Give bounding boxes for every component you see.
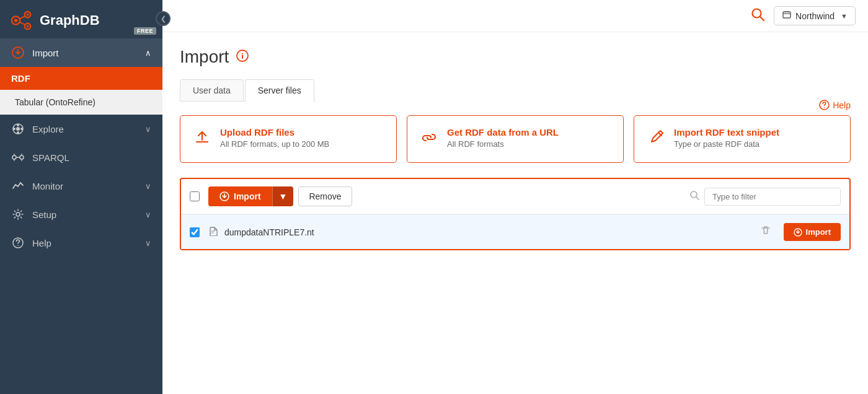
sparql-icon xyxy=(11,151,25,164)
text-snippet-info: Import RDF text snippet Type or paste RD… xyxy=(674,127,779,149)
sidebar-item-setup-left: Setup xyxy=(11,208,56,221)
explore-icon xyxy=(11,122,25,136)
import-cards: Upload RDF files All RDF formats, up to … xyxy=(180,115,851,163)
global-search-icon[interactable] xyxy=(750,7,765,25)
select-all-checkbox[interactable] xyxy=(190,191,200,201)
file-table-area: Import ▼ Remove xyxy=(180,178,851,250)
text-snippet-card[interactable]: Import RDF text snippet Type or paste RD… xyxy=(634,115,851,163)
filter-search-icon xyxy=(689,190,699,203)
graphdb-logo-icon xyxy=(10,9,33,32)
sidebar-item-help[interactable]: Help ∨ xyxy=(0,229,162,257)
file-name: dumpdataNTRIPLE7.nt xyxy=(224,227,755,237)
svg-point-17 xyxy=(16,212,20,216)
sidebar: GraphDB FREE ❮ Import ∧ RDF Tabular (Ont… xyxy=(0,0,162,394)
sidebar-collapse-button[interactable]: ❮ xyxy=(156,11,170,26)
page-title: Import xyxy=(180,47,229,67)
upload-rdf-subtitle: All RDF formats, up to 200 MB xyxy=(220,139,329,149)
import-selected-button[interactable]: Import xyxy=(208,186,272,206)
monitor-chevron: ∨ xyxy=(145,182,151,191)
repo-chevron-icon: ▼ xyxy=(841,12,848,20)
get-url-card[interactable]: Get RDF data from a URL All RDF formats xyxy=(407,115,624,163)
get-url-subtitle: All RDF formats xyxy=(447,139,559,149)
page-body: Import User data Server files xyxy=(162,32,868,394)
page-info-icon[interactable] xyxy=(236,50,249,65)
setup-chevron: ∨ xyxy=(145,210,151,219)
upload-rdf-card[interactable]: Upload RDF files All RDF formats, up to … xyxy=(180,115,397,163)
sidebar-item-explore-left: Explore xyxy=(11,122,64,136)
sidebar-item-monitor-left: Monitor xyxy=(11,179,63,193)
sidebar-item-monitor[interactable]: Monitor ∨ xyxy=(0,172,162,200)
remove-button[interactable]: Remove xyxy=(298,186,352,206)
sidebar-item-rdf[interactable]: RDF xyxy=(0,67,162,90)
sidebar-item-import-left: Import xyxy=(11,46,59,59)
svg-line-4 xyxy=(20,22,25,25)
text-snippet-icon xyxy=(647,128,665,151)
svg-point-12 xyxy=(20,128,23,130)
help-link-label: Help xyxy=(833,100,851,110)
svg-point-26 xyxy=(242,53,243,54)
repo-selector[interactable]: Northwind ▼ xyxy=(774,6,856,25)
svg-point-16 xyxy=(20,155,24,159)
import-dropdown-button[interactable]: ▼ xyxy=(272,186,294,206)
svg-point-15 xyxy=(12,155,16,159)
upload-rdf-title: Upload RDF files xyxy=(220,127,329,138)
svg-point-13 xyxy=(17,124,19,126)
import-chevron: ∧ xyxy=(145,48,151,58)
sidebar-item-import[interactable]: Import ∧ xyxy=(0,38,162,67)
text-snippet-title: Import RDF text snippet xyxy=(674,127,779,138)
explore-chevron: ∨ xyxy=(145,125,151,134)
svg-line-3 xyxy=(20,16,25,19)
sidebar-item-explore[interactable]: Explore ∨ xyxy=(0,115,162,143)
help-icon xyxy=(11,236,25,250)
get-url-info: Get RDF data from a URL All RDF formats xyxy=(447,127,559,149)
page-header: Import xyxy=(180,47,851,67)
sidebar-item-import-label: Import xyxy=(32,48,59,58)
upload-rdf-info: Upload RDF files All RDF formats, up to … xyxy=(220,127,329,149)
table-row: dumpdataNTRIPLE7.nt Import xyxy=(181,214,849,249)
sidebar-item-explore-label: Explore xyxy=(32,124,64,134)
sidebar-item-tabular[interactable]: Tabular (OntoRefine) xyxy=(0,90,162,115)
sidebar-item-sparql-label: SPARQL xyxy=(32,152,69,163)
sidebar-item-sparql-left: SPARQL xyxy=(11,151,69,164)
svg-point-9 xyxy=(16,127,20,131)
setup-icon xyxy=(11,208,25,221)
sidebar-item-help-left: Help xyxy=(11,236,51,250)
svg-point-6 xyxy=(27,14,29,16)
svg-rect-23 xyxy=(785,11,786,12)
tier-badge: FREE xyxy=(134,27,156,35)
file-checkbox[interactable] xyxy=(190,227,200,237)
svg-line-21 xyxy=(760,17,764,20)
filter-section xyxy=(689,188,841,206)
help-link[interactable]: Help xyxy=(819,100,851,110)
svg-point-14 xyxy=(17,131,19,134)
tab-server-files[interactable]: Server files xyxy=(245,79,314,102)
sidebar-item-monitor-label: Monitor xyxy=(32,181,63,191)
help-chevron: ∨ xyxy=(145,239,151,248)
app-name: GraphDB xyxy=(40,12,100,28)
get-url-icon xyxy=(420,128,438,151)
svg-line-31 xyxy=(696,197,699,199)
monitor-icon xyxy=(11,179,25,193)
sidebar-item-setup[interactable]: Setup ∨ xyxy=(0,200,162,229)
tab-user-data[interactable]: User data xyxy=(180,79,244,101)
topbar: Northwind ▼ xyxy=(162,0,868,32)
sidebar-item-setup-label: Setup xyxy=(32,209,56,220)
file-actions: Import xyxy=(755,222,841,242)
main-content: Northwind ▼ Import User data xyxy=(162,0,868,394)
svg-point-28 xyxy=(824,107,825,108)
repo-icon xyxy=(782,10,792,22)
text-snippet-subtitle: Type or paste RDF data xyxy=(674,139,779,149)
repo-name: Northwind xyxy=(795,11,835,21)
upload-rdf-icon xyxy=(193,128,211,151)
delete-file-button[interactable] xyxy=(755,222,776,242)
sidebar-item-rdf-label: RDF xyxy=(11,73,30,84)
svg-point-7 xyxy=(27,25,29,28)
svg-point-19 xyxy=(17,245,19,247)
svg-rect-22 xyxy=(783,12,790,18)
sidebar-item-sparql[interactable]: SPARQL xyxy=(0,143,162,172)
import-file-button[interactable]: Import xyxy=(784,223,841,241)
import-icon xyxy=(11,46,25,59)
filter-input[interactable] xyxy=(704,188,841,206)
file-table-toolbar: Import ▼ Remove xyxy=(181,179,849,214)
sidebar-item-help-label: Help xyxy=(32,238,51,248)
